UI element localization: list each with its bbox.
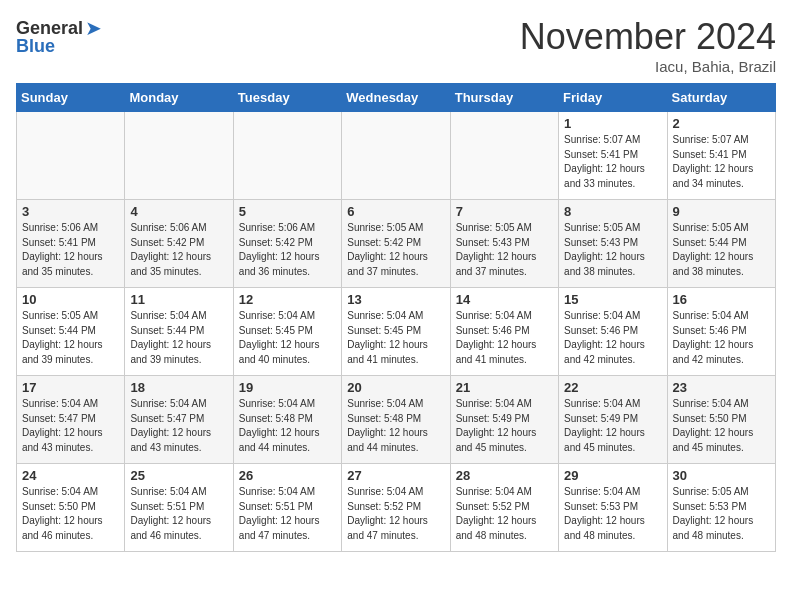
logo-blue: Blue bbox=[16, 36, 55, 57]
day-info: Sunrise: 5:06 AM Sunset: 5:41 PM Dayligh… bbox=[22, 221, 119, 279]
day-info: Sunrise: 5:05 AM Sunset: 5:44 PM Dayligh… bbox=[673, 221, 770, 279]
calendar-day: 16Sunrise: 5:04 AM Sunset: 5:46 PM Dayli… bbox=[667, 288, 775, 376]
calendar-day: 22Sunrise: 5:04 AM Sunset: 5:49 PM Dayli… bbox=[559, 376, 667, 464]
calendar-day: 7Sunrise: 5:05 AM Sunset: 5:43 PM Daylig… bbox=[450, 200, 558, 288]
day-number: 30 bbox=[673, 468, 770, 483]
day-number: 9 bbox=[673, 204, 770, 219]
day-info: Sunrise: 5:07 AM Sunset: 5:41 PM Dayligh… bbox=[673, 133, 770, 191]
day-number: 10 bbox=[22, 292, 119, 307]
day-info: Sunrise: 5:04 AM Sunset: 5:48 PM Dayligh… bbox=[239, 397, 336, 455]
day-number: 2 bbox=[673, 116, 770, 131]
day-info: Sunrise: 5:04 AM Sunset: 5:44 PM Dayligh… bbox=[130, 309, 227, 367]
calendar-header-row: SundayMondayTuesdayWednesdayThursdayFrid… bbox=[17, 84, 776, 112]
day-info: Sunrise: 5:04 AM Sunset: 5:49 PM Dayligh… bbox=[456, 397, 553, 455]
calendar-day: 15Sunrise: 5:04 AM Sunset: 5:46 PM Dayli… bbox=[559, 288, 667, 376]
calendar-day: 1Sunrise: 5:07 AM Sunset: 5:41 PM Daylig… bbox=[559, 112, 667, 200]
day-info: Sunrise: 5:05 AM Sunset: 5:43 PM Dayligh… bbox=[564, 221, 661, 279]
calendar-day: 14Sunrise: 5:04 AM Sunset: 5:46 PM Dayli… bbox=[450, 288, 558, 376]
day-info: Sunrise: 5:04 AM Sunset: 5:48 PM Dayligh… bbox=[347, 397, 444, 455]
day-number: 27 bbox=[347, 468, 444, 483]
header-tuesday: Tuesday bbox=[233, 84, 341, 112]
day-number: 8 bbox=[564, 204, 661, 219]
day-number: 7 bbox=[456, 204, 553, 219]
calendar-day: 11Sunrise: 5:04 AM Sunset: 5:44 PM Dayli… bbox=[125, 288, 233, 376]
calendar-day: 23Sunrise: 5:04 AM Sunset: 5:50 PM Dayli… bbox=[667, 376, 775, 464]
day-number: 6 bbox=[347, 204, 444, 219]
day-info: Sunrise: 5:04 AM Sunset: 5:52 PM Dayligh… bbox=[456, 485, 553, 543]
calendar-week-1: 1Sunrise: 5:07 AM Sunset: 5:41 PM Daylig… bbox=[17, 112, 776, 200]
location: Iacu, Bahia, Brazil bbox=[520, 58, 776, 75]
header-thursday: Thursday bbox=[450, 84, 558, 112]
day-number: 18 bbox=[130, 380, 227, 395]
calendar-day: 6Sunrise: 5:05 AM Sunset: 5:42 PM Daylig… bbox=[342, 200, 450, 288]
title-section: November 2024 Iacu, Bahia, Brazil bbox=[520, 16, 776, 75]
calendar-day bbox=[233, 112, 341, 200]
header-saturday: Saturday bbox=[667, 84, 775, 112]
day-number: 19 bbox=[239, 380, 336, 395]
page-header: General ➤ Blue November 2024 Iacu, Bahia… bbox=[16, 16, 776, 75]
header-friday: Friday bbox=[559, 84, 667, 112]
day-number: 29 bbox=[564, 468, 661, 483]
month-title: November 2024 bbox=[520, 16, 776, 58]
day-number: 4 bbox=[130, 204, 227, 219]
day-number: 5 bbox=[239, 204, 336, 219]
day-number: 20 bbox=[347, 380, 444, 395]
day-info: Sunrise: 5:04 AM Sunset: 5:51 PM Dayligh… bbox=[239, 485, 336, 543]
logo-bird-icon: ➤ bbox=[85, 16, 102, 40]
day-number: 15 bbox=[564, 292, 661, 307]
day-number: 23 bbox=[673, 380, 770, 395]
day-info: Sunrise: 5:04 AM Sunset: 5:46 PM Dayligh… bbox=[564, 309, 661, 367]
calendar-day: 12Sunrise: 5:04 AM Sunset: 5:45 PM Dayli… bbox=[233, 288, 341, 376]
day-info: Sunrise: 5:05 AM Sunset: 5:44 PM Dayligh… bbox=[22, 309, 119, 367]
day-number: 14 bbox=[456, 292, 553, 307]
day-info: Sunrise: 5:04 AM Sunset: 5:47 PM Dayligh… bbox=[22, 397, 119, 455]
header-monday: Monday bbox=[125, 84, 233, 112]
calendar-day bbox=[17, 112, 125, 200]
day-info: Sunrise: 5:04 AM Sunset: 5:50 PM Dayligh… bbox=[673, 397, 770, 455]
calendar-day bbox=[342, 112, 450, 200]
calendar-day: 19Sunrise: 5:04 AM Sunset: 5:48 PM Dayli… bbox=[233, 376, 341, 464]
day-info: Sunrise: 5:04 AM Sunset: 5:46 PM Dayligh… bbox=[456, 309, 553, 367]
day-info: Sunrise: 5:06 AM Sunset: 5:42 PM Dayligh… bbox=[130, 221, 227, 279]
day-number: 11 bbox=[130, 292, 227, 307]
calendar-day: 10Sunrise: 5:05 AM Sunset: 5:44 PM Dayli… bbox=[17, 288, 125, 376]
day-number: 24 bbox=[22, 468, 119, 483]
calendar-table: SundayMondayTuesdayWednesdayThursdayFrid… bbox=[16, 83, 776, 552]
day-number: 1 bbox=[564, 116, 661, 131]
logo: General ➤ Blue bbox=[16, 16, 102, 57]
header-wednesday: Wednesday bbox=[342, 84, 450, 112]
header-sunday: Sunday bbox=[17, 84, 125, 112]
day-number: 28 bbox=[456, 468, 553, 483]
calendar-day: 5Sunrise: 5:06 AM Sunset: 5:42 PM Daylig… bbox=[233, 200, 341, 288]
day-number: 3 bbox=[22, 204, 119, 219]
calendar-week-3: 10Sunrise: 5:05 AM Sunset: 5:44 PM Dayli… bbox=[17, 288, 776, 376]
calendar-day: 13Sunrise: 5:04 AM Sunset: 5:45 PM Dayli… bbox=[342, 288, 450, 376]
day-info: Sunrise: 5:05 AM Sunset: 5:53 PM Dayligh… bbox=[673, 485, 770, 543]
calendar-day: 21Sunrise: 5:04 AM Sunset: 5:49 PM Dayli… bbox=[450, 376, 558, 464]
day-info: Sunrise: 5:04 AM Sunset: 5:47 PM Dayligh… bbox=[130, 397, 227, 455]
day-info: Sunrise: 5:05 AM Sunset: 5:43 PM Dayligh… bbox=[456, 221, 553, 279]
calendar-day: 25Sunrise: 5:04 AM Sunset: 5:51 PM Dayli… bbox=[125, 464, 233, 552]
day-number: 25 bbox=[130, 468, 227, 483]
day-info: Sunrise: 5:04 AM Sunset: 5:45 PM Dayligh… bbox=[347, 309, 444, 367]
calendar-day: 17Sunrise: 5:04 AM Sunset: 5:47 PM Dayli… bbox=[17, 376, 125, 464]
calendar-week-2: 3Sunrise: 5:06 AM Sunset: 5:41 PM Daylig… bbox=[17, 200, 776, 288]
calendar-day: 9Sunrise: 5:05 AM Sunset: 5:44 PM Daylig… bbox=[667, 200, 775, 288]
day-number: 17 bbox=[22, 380, 119, 395]
calendar-day: 18Sunrise: 5:04 AM Sunset: 5:47 PM Dayli… bbox=[125, 376, 233, 464]
calendar-day bbox=[450, 112, 558, 200]
calendar-day: 20Sunrise: 5:04 AM Sunset: 5:48 PM Dayli… bbox=[342, 376, 450, 464]
day-info: Sunrise: 5:04 AM Sunset: 5:46 PM Dayligh… bbox=[673, 309, 770, 367]
day-info: Sunrise: 5:04 AM Sunset: 5:53 PM Dayligh… bbox=[564, 485, 661, 543]
calendar-day: 29Sunrise: 5:04 AM Sunset: 5:53 PM Dayli… bbox=[559, 464, 667, 552]
calendar-week-5: 24Sunrise: 5:04 AM Sunset: 5:50 PM Dayli… bbox=[17, 464, 776, 552]
calendar-day: 3Sunrise: 5:06 AM Sunset: 5:41 PM Daylig… bbox=[17, 200, 125, 288]
calendar-day: 2Sunrise: 5:07 AM Sunset: 5:41 PM Daylig… bbox=[667, 112, 775, 200]
calendar-day: 30Sunrise: 5:05 AM Sunset: 5:53 PM Dayli… bbox=[667, 464, 775, 552]
day-number: 21 bbox=[456, 380, 553, 395]
calendar-day: 27Sunrise: 5:04 AM Sunset: 5:52 PM Dayli… bbox=[342, 464, 450, 552]
day-info: Sunrise: 5:06 AM Sunset: 5:42 PM Dayligh… bbox=[239, 221, 336, 279]
calendar-week-4: 17Sunrise: 5:04 AM Sunset: 5:47 PM Dayli… bbox=[17, 376, 776, 464]
day-info: Sunrise: 5:04 AM Sunset: 5:50 PM Dayligh… bbox=[22, 485, 119, 543]
calendar-day: 28Sunrise: 5:04 AM Sunset: 5:52 PM Dayli… bbox=[450, 464, 558, 552]
